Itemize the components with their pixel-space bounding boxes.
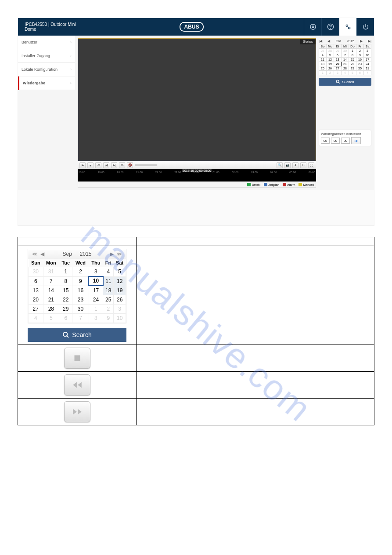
status-label: Status: [300, 39, 316, 44]
svg-point-0: [310, 24, 316, 29]
second-input[interactable]: 00: [341, 138, 350, 144]
sidebar-item-local-config[interactable]: Lokale Konfiguration›: [18, 63, 75, 76]
stop-button[interactable]: [64, 348, 90, 369]
next-year-button[interactable]: ▶|: [368, 39, 371, 43]
help-icon[interactable]: [321, 18, 339, 36]
go-button[interactable]: ➔: [351, 137, 361, 144]
stop-button[interactable]: ■: [87, 162, 94, 168]
clip-button[interactable]: ✂: [300, 162, 306, 168]
sidebar-item-installer[interactable]: Installer-Zugang›: [18, 49, 75, 63]
search-button[interactable]: Suchen: [319, 78, 371, 86]
download-button[interactable]: ⬇: [292, 162, 298, 168]
settings-icon[interactable]: [339, 18, 356, 36]
next-year-button[interactable]: ≫: [115, 251, 123, 257]
chevron-right-icon: ›: [70, 40, 72, 44]
calendar-nav: |◀ ◀ Okt 2015 ▶ ▶|: [319, 38, 371, 44]
search-icon: [62, 331, 69, 338]
panel-title: Wiedergabezeit einstellen: [321, 132, 369, 136]
forward-button[interactable]: ≫: [119, 162, 125, 168]
live-icon[interactable]: [304, 18, 321, 36]
playback-time-panel: Wiedergabezeit einstellen 00 00 00 ➔: [319, 130, 371, 146]
fullscreen-button[interactable]: ⛶: [308, 162, 314, 168]
search-icon: [336, 80, 340, 84]
player-controls: ▶ ■ ≪ |◀ ▶| ≫ 🔇 🔍 📷 ⬇ ✂ ⛶: [78, 161, 316, 169]
svg-point-4: [346, 25, 348, 26]
svg-point-5: [348, 27, 350, 29]
sidebar-item-playback[interactable]: Wiedergabe›: [18, 76, 75, 90]
svg-point-3: [330, 28, 331, 29]
doc-calendar[interactable]: ≪ ◀ Sep2015 ▶ ≫ SunMonTueWedThuFriSat303…: [28, 249, 126, 323]
prev-month-button[interactable]: ◀: [39, 251, 46, 257]
doc-calendar-year: 2015: [80, 251, 92, 257]
chevron-right-icon: ›: [70, 81, 72, 85]
volume-slider[interactable]: [135, 164, 157, 166]
video-player[interactable]: Status: [78, 38, 316, 161]
play-button[interactable]: ▶: [79, 162, 86, 168]
mute-button[interactable]: 🔇: [127, 162, 133, 168]
prev-month-button[interactable]: ◀: [327, 39, 330, 43]
chevron-right-icon: ›: [70, 54, 72, 58]
timeline[interactable]: 2015-10-20 00:00:00 18:0019:0020:0021:00…: [78, 169, 316, 181]
rewind-button[interactable]: [64, 374, 90, 395]
doc-search-button[interactable]: Search: [28, 328, 126, 342]
hour-input[interactable]: 00: [321, 138, 330, 144]
chevron-right-icon: ›: [70, 67, 72, 72]
svg-point-1: [312, 26, 314, 28]
step-back-button[interactable]: |◀: [103, 162, 109, 168]
prev-year-button[interactable]: |◀: [319, 39, 322, 43]
calendar-year: 2015: [346, 39, 354, 43]
next-month-button[interactable]: ▶: [360, 39, 363, 43]
app-header: IPCB42550 | Outdoor Mini Dome ABUS: [18, 18, 374, 36]
svg-rect-8: [74, 355, 80, 361]
svg-point-6: [337, 80, 339, 83]
device-title: IPCB42550 | Outdoor Mini Dome: [18, 22, 79, 32]
sidebar-item-users[interactable]: Benutzer›: [18, 36, 75, 49]
power-icon[interactable]: [356, 18, 374, 36]
prev-year-button[interactable]: ≪: [31, 251, 39, 257]
calendar[interactable]: SoMoDiMiDoFrSa27282930123456789101112131…: [319, 44, 371, 75]
rewind-button[interactable]: ≪: [95, 162, 101, 168]
brand-logo: ABUS: [180, 22, 203, 32]
step-fwd-button[interactable]: ▶|: [111, 162, 117, 168]
sidebar: Benutzer› Installer-Zugang› Lokale Konfi…: [18, 36, 75, 90]
next-month-button[interactable]: ▶: [108, 251, 115, 257]
doc-calendar-month: Sep: [62, 251, 72, 257]
app-screenshot: IPCB42550 | Outdoor Mini Dome ABUS Benut…: [18, 18, 374, 226]
timeline-legend: BefehlZeitplanAlarmManuell: [78, 181, 316, 188]
timeline-timestamp: 2015-10-20 00:00:00: [182, 169, 212, 172]
calendar-month: Okt: [336, 39, 341, 43]
minute-input[interactable]: 00: [331, 138, 340, 144]
zoom-button[interactable]: 🔍: [277, 162, 283, 168]
svg-point-7: [63, 332, 67, 336]
fast-forward-button[interactable]: [64, 401, 90, 422]
snapshot-button[interactable]: 📷: [284, 162, 291, 168]
manual-table: ≪ ◀ Sep2015 ▶ ≫ SunMonTueWedThuFriSat303…: [18, 237, 374, 425]
